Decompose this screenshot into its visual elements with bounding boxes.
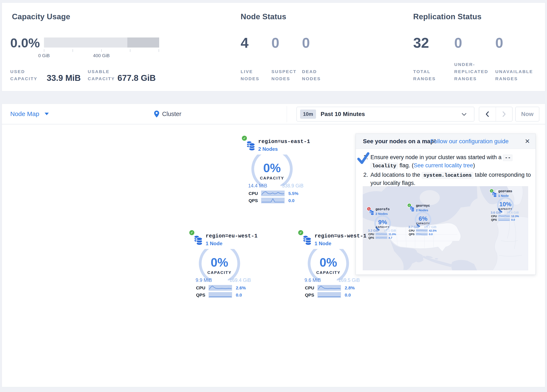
- capacity-usage-title: Capacity Usage: [12, 12, 70, 21]
- node-map-canvas: ✓ region=us-east-1 2 Nodes 0% CAPACITY 1…: [2, 124, 545, 387]
- axis-tick: [159, 49, 159, 52]
- used-capacity-value: 33.9 MiB: [47, 73, 81, 83]
- capacity-gauge-label: CAPACITY: [251, 176, 293, 180]
- locality-group-us-west-1[interactable]: ✓ region=us-west-1 1 Node 0% CAPACITY 9.…: [295, 230, 367, 301]
- now-button[interactable]: Now: [515, 107, 539, 121]
- total-capacity-value: 65.7 GiB: [420, 225, 437, 229]
- time-window-arrows: [479, 107, 513, 121]
- total-ranges-label: TOTAL RANGES: [413, 68, 444, 82]
- qps-label: QPS: [249, 198, 258, 203]
- used-value: 9.9 MiB: [196, 277, 212, 283]
- capacity-gauge-label: CAPACITY: [408, 222, 438, 225]
- step-2-text: Add locations to the system.locations ta…: [370, 171, 531, 187]
- live-nodes-count: 4: [241, 34, 249, 51]
- node-count-link[interactable]: 1 Node: [315, 241, 331, 247]
- capacity-percent: 6%: [408, 215, 438, 222]
- step-number: 2.: [363, 171, 370, 187]
- step-done-check-icon: [357, 151, 370, 165]
- used-capacity-label: USED CAPACITY: [10, 68, 46, 82]
- node-count-link[interactable]: 2 Nodes: [258, 146, 278, 152]
- dead-nodes-label: DEAD NODES: [302, 68, 329, 82]
- used-value: 3.2 GiB: [368, 229, 378, 232]
- cpu-label: CPU: [249, 191, 258, 196]
- total-capacity-value: 169.4 GiB: [218, 277, 251, 283]
- qps-label: QPS: [305, 293, 314, 298]
- capacity-percent: 10%: [490, 201, 521, 208]
- qps-value: 0.0: [236, 293, 242, 298]
- qps-value: 4.7: [389, 236, 392, 239]
- database-nodes-icon: [302, 235, 312, 246]
- map-pin-icon: [154, 110, 159, 117]
- usable-capacity-value: 677.8 GiB: [117, 73, 156, 83]
- cpu-sparkline: [416, 229, 428, 232]
- chevron-right-icon: [502, 111, 506, 117]
- capacity-percent: 9%: [367, 219, 398, 226]
- now-button-label: Now: [521, 111, 533, 117]
- cpu-value: 12.3%: [511, 215, 519, 218]
- used-value: 14.4 MiB: [248, 183, 267, 189]
- capacity-gauge-label: CAPACITY: [308, 270, 349, 275]
- axis-tick-label: 400 GiB: [87, 53, 116, 58]
- capacity-bar-reserved-segment: [127, 37, 159, 48]
- popup-title: See your nodes on a map!: [363, 138, 436, 145]
- capacity-percent: 0%: [251, 161, 293, 175]
- code-system-locations: system.locations: [422, 172, 473, 179]
- qps-value: 0.0: [511, 218, 515, 221]
- total-capacity-value: 169.5 GiB: [327, 277, 360, 283]
- locality-group-us-east-1[interactable]: ✓ region=us-east-1 2 Nodes 0% CAPACITY 1…: [239, 135, 310, 206]
- total-ranges-count: 32: [413, 34, 429, 51]
- dead-nodes-count: 0: [302, 34, 310, 51]
- database-nodes-icon: [246, 141, 256, 151]
- close-icon[interactable]: ✕: [525, 138, 530, 145]
- node-status-title: Node Status: [241, 12, 286, 21]
- map-toolbar: Node Map Cluster 10m Past 10 Minutes: [2, 104, 545, 124]
- locality-label: geo=sfo: [376, 207, 390, 211]
- qps-label: QPS: [368, 236, 374, 239]
- qps-label: QPS: [409, 233, 414, 236]
- suspect-nodes-count: 0: [271, 34, 279, 51]
- cpu-value: 5.5%: [288, 191, 298, 196]
- view-selector-label: Node Map: [10, 110, 39, 117]
- breadcrumb-label: Cluster: [162, 110, 181, 117]
- chevron-down-icon: [45, 113, 49, 115]
- qps-sparkline: [317, 292, 341, 298]
- popup-header: See your nodes on a map! Follow our conf…: [356, 134, 535, 149]
- axis-tick: [130, 49, 130, 52]
- time-range-badge: 10m: [300, 110, 316, 119]
- cpu-label: CPU: [305, 285, 314, 290]
- axis-tick-label: 0 GiB: [29, 53, 59, 58]
- cpu-label: CPU: [368, 233, 374, 236]
- cpu-value: 2.8%: [345, 285, 355, 290]
- under-replicated-count: 0: [454, 34, 462, 51]
- used-value: 3.6 GiB: [491, 211, 501, 214]
- live-nodes-label: LIVE NODES: [241, 68, 268, 82]
- view-selector-dropdown[interactable]: Node Map: [10, 104, 49, 124]
- qps-sparkline: [209, 292, 232, 298]
- configuration-guide-link[interactable]: Follow our configuration guide: [430, 138, 509, 145]
- time-range-dropdown[interactable]: 10m Past 10 Minutes: [297, 107, 474, 121]
- healthy-check-icon: ✓: [242, 136, 247, 141]
- locality-tree-link[interactable]: See current locality tree: [414, 162, 473, 169]
- time-back-button[interactable]: [479, 107, 496, 121]
- capacity-bar: [44, 37, 159, 48]
- cpu-label: CPU: [196, 285, 205, 290]
- qps-label: QPS: [491, 218, 497, 221]
- step-2: 2. Add locations to the system.locations…: [363, 171, 531, 187]
- code-locality-flag: locality: [370, 163, 398, 169]
- cpu-value: 42.5%: [429, 229, 437, 232]
- time-forward-button[interactable]: [496, 107, 513, 121]
- locality-group-eu-west-1[interactable]: ✓ region=eu-west-1 1 Node 0% CAPACITY 9.…: [186, 230, 258, 301]
- cpu-label: CPU: [409, 229, 414, 232]
- chevron-left-icon: [485, 111, 489, 117]
- axis-tick: [101, 49, 102, 52]
- node-count-link[interactable]: 1 Node: [206, 241, 222, 247]
- qps-sparkline: [261, 198, 285, 203]
- step-1: 1. Ensure every node in your cluster was…: [363, 153, 531, 170]
- cpu-sparkline: [209, 285, 232, 291]
- breadcrumb[interactable]: Cluster: [154, 104, 181, 124]
- under-replicated-label: UNDER-REPLICATED RANGES: [454, 61, 493, 82]
- locality-label: geo=nyc: [416, 204, 430, 208]
- cluster-overview-page: Capacity Usage 0.0% 0 GiB 400 GiB USED C…: [0, 0, 547, 392]
- cpu-value: 11.0%: [389, 233, 396, 236]
- mini-locality-geo-ams: ✓ geo=ams 1 Node 10% CAPACITY 3.6 GiB 34…: [490, 189, 521, 222]
